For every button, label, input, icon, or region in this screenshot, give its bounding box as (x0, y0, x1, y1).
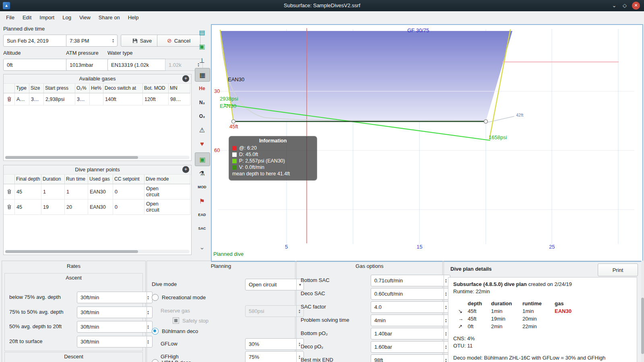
dive-time-spinbox[interactable]: 7:38 PM ▴▾ (66, 35, 118, 47)
points-col-used-gas[interactable]: Used gas (88, 175, 113, 184)
points-col-duration[interactable]: Duration (41, 175, 65, 184)
point-cell-cc-setpoint[interactable]: 0 (113, 200, 144, 215)
points-col-cc-setpoint[interactable]: CC setpoint (113, 175, 144, 184)
recreational-mode-radio[interactable]: Recreational mode (152, 294, 206, 301)
mod-icon[interactable]: MOD (195, 181, 209, 193)
point-cell-dive-mode[interactable]: Open circuit (144, 200, 190, 215)
maximize-button[interactable]: ◇ (621, 2, 629, 10)
tissues-icon[interactable]: ⚗ (195, 167, 209, 180)
waypoint-handle[interactable] (232, 120, 235, 123)
gas-cell-size[interactable]: 3… (29, 93, 44, 105)
point-cell-used-gas[interactable]: EAN30 (88, 184, 113, 200)
heart-rate-icon[interactable]: ♥ (195, 138, 209, 150)
gas-cell-bot-mod[interactable]: 120ft (143, 93, 169, 105)
buhlmann-deco-radio[interactable]: Bühlmann deco (152, 328, 198, 335)
gas-cell-o2[interactable]: 3… (75, 93, 90, 105)
gases-col-he[interactable]: He% (90, 84, 103, 93)
point-cell-duration[interactable]: 19 (41, 200, 65, 215)
point-cell-cc-setpoint[interactable]: 0 (113, 184, 144, 200)
gas-option-spinbox[interactable]: 1.40bar ▴▾ (371, 328, 450, 339)
points-col-final-depth[interactable]: Final depth (15, 175, 41, 184)
point-cell-duration[interactable]: 1 (41, 184, 65, 200)
gas-cell-he[interactable] (90, 93, 103, 105)
cancel-button[interactable]: ⊘ Cancel (157, 35, 200, 47)
gases-col-bot-mod[interactable]: Bot. MOD (143, 84, 169, 93)
gas-cell-type[interactable]: A… (15, 93, 29, 105)
bottom-vscrollbar[interactable] (641, 261, 644, 362)
n2-graph-icon[interactable]: N₂ (195, 96, 209, 109)
delete-icon[interactable] (7, 204, 12, 210)
menu-edit[interactable]: Edit (19, 13, 35, 22)
gflow-spinbox[interactable]: 30% ▴▾ (245, 338, 304, 350)
dive-mode-combo[interactable]: Open circuit ▾ (245, 279, 304, 290)
he-graph-icon[interactable]: He (195, 82, 209, 95)
menu-help[interactable]: Help (124, 13, 142, 22)
waypoint-handle[interactable] (484, 120, 488, 123)
gas-option-spinbox[interactable]: 4min ▴▾ (371, 315, 450, 326)
rate-spinbox[interactable]: 30ft/min ▴▾ (77, 292, 153, 303)
gases-col-mnd[interactable]: MN (169, 84, 190, 93)
gas-option-spinbox[interactable]: 0.71cuft/min ▴▾ (371, 275, 450, 286)
ndl-icon[interactable]: ⚑ (195, 195, 209, 208)
add-point-button[interactable]: + (182, 166, 189, 173)
photos-icon[interactable]: ▣ (195, 40, 209, 53)
print-button[interactable]: Print (598, 263, 638, 276)
rate-spinbox[interactable]: 30ft/min ▴▾ (77, 306, 153, 318)
gas-cell-start-press[interactable]: 2,938psi (44, 93, 75, 105)
delete-icon[interactable] (7, 97, 12, 102)
points-col-run-time[interactable]: Run time (65, 175, 88, 184)
scale-icon[interactable]: ▤ (195, 26, 209, 39)
gas-row-delete[interactable] (4, 93, 15, 105)
rate-spinbox[interactable]: 30ft/min ▴▾ (77, 336, 153, 348)
profile-toggle-icon[interactable]: ▦ (195, 68, 210, 82)
point-cell-run-time[interactable]: 1 (65, 184, 88, 200)
gas-option-spinbox[interactable]: 98ft ▴▾ (371, 354, 450, 362)
spin-down-icon[interactable]: ▾ (112, 41, 114, 43)
gases-col-size[interactable]: Size (29, 84, 44, 93)
gas-cell-deco-switch[interactable]: 140ft (103, 93, 143, 105)
gfhigh-spinbox[interactable]: 75% ▴▾ (245, 351, 304, 362)
menu-file[interactable]: File (2, 13, 18, 22)
spinner-arrows[interactable]: ▴▾ (110, 36, 116, 45)
picture-toggle-icon[interactable]: ▣ (195, 152, 210, 166)
point-cell-used-gas[interactable]: EAN30 (88, 200, 113, 215)
add-gas-button[interactable]: + (182, 75, 189, 82)
point-cell-final-depth[interactable]: 45 (15, 200, 41, 215)
menu-share-on[interactable]: Share on (95, 13, 124, 22)
ruler-icon[interactable]: ⊥ (195, 54, 209, 67)
gases-col-start-press[interactable]: Start press (44, 84, 75, 93)
points-col-dive-mode[interactable]: Dive mode (144, 175, 190, 184)
radio-icon[interactable] (152, 359, 159, 362)
dive-profile-chart[interactable]: GF 30/75 30 60 5 15 25 EAN30 2938psi EAN… (211, 24, 643, 262)
gas-option-spinbox[interactable]: 4.0 ▴▾ (371, 301, 450, 313)
point-cell-run-time[interactable]: 20 (65, 200, 88, 215)
point-row-delete[interactable] (4, 200, 15, 215)
toolbar-scroll-down-icon[interactable]: ⌄ (195, 241, 209, 253)
gas-option-spinbox[interactable]: 0.60cuft/min ▴▾ (371, 288, 450, 300)
gases-col-type[interactable]: Type (15, 84, 29, 93)
delete-icon[interactable] (7, 189, 12, 194)
radio-selected-icon[interactable] (152, 328, 159, 335)
minimize-button[interactable]: ⌄ (610, 2, 618, 10)
point-cell-dive-mode[interactable]: Open circuit (144, 184, 190, 200)
gases-hscrollbar[interactable] (5, 156, 190, 159)
menu-log[interactable]: Log (59, 13, 75, 22)
vpmb-deco-radio[interactable]: VPM-B deco (152, 359, 191, 362)
dive-date-combo[interactable]: Sun Feb 24, 2019 ▾ (3, 35, 73, 47)
menu-import[interactable]: Import (36, 13, 58, 22)
close-button[interactable]: ✕ (632, 2, 640, 10)
gases-col-o2[interactable]: O₂% (75, 84, 90, 93)
point-cell-final-depth[interactable]: 45 (15, 184, 41, 200)
gases-col-deco-switch[interactable]: Deco switch at (103, 84, 143, 93)
point-row-delete[interactable] (4, 184, 15, 200)
rate-spinbox[interactable]: 30ft/min ▴▾ (77, 321, 153, 333)
points-hscrollbar[interactable] (5, 250, 190, 253)
altitude-spinbox[interactable]: 0ft ▴▾ (3, 59, 73, 71)
menu-view[interactable]: View (76, 13, 94, 22)
gas-option-spinbox[interactable]: 1.60bar ▴▾ (371, 341, 450, 353)
ceiling-icon[interactable]: ⚠ (195, 123, 209, 136)
o2-graph-icon[interactable]: O₂ (195, 110, 209, 123)
radio-icon[interactable] (152, 294, 159, 301)
ead-icon[interactable]: EAD (195, 208, 209, 221)
sac-icon[interactable]: SAC (195, 222, 209, 235)
